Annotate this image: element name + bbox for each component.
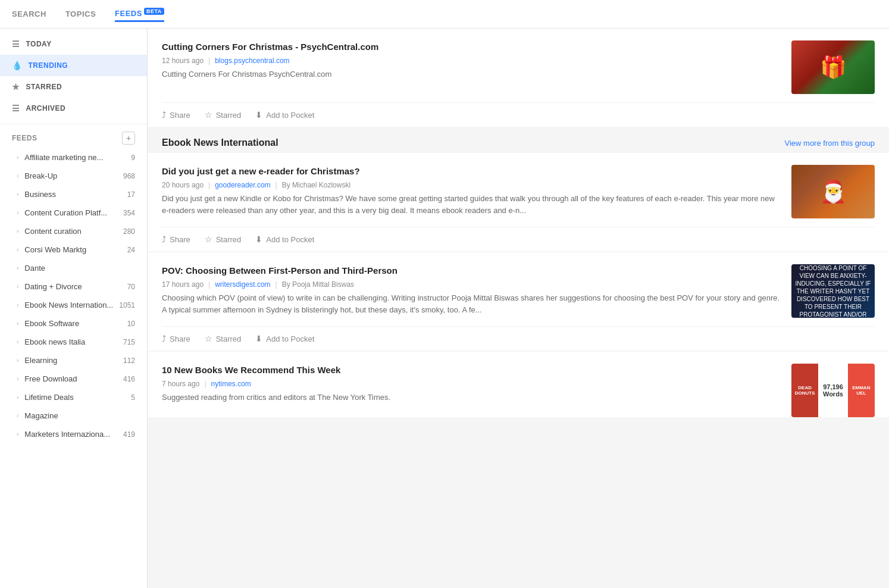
feed-item[interactable]: › Elearning 112 (0, 351, 147, 370)
article-actions: ⤴ Share ☆ Starred ⬇ Add to Pocket (162, 227, 875, 251)
article-content: 10 New Books We Recommend This Week 7 ho… (162, 364, 875, 417)
book-spine: DEADDONUTS (791, 364, 818, 417)
sidebar-item-archived[interactable]: ☰ ARCHIVED (0, 98, 147, 119)
article-time: 7 hours ago (162, 380, 199, 388)
chevron-right-icon: › (17, 339, 18, 345)
chevron-right-icon: › (17, 173, 18, 179)
feed-item-count: 70 (127, 283, 135, 291)
article-meta: 17 hours ago | writersdigest.com | By Po… (162, 280, 782, 289)
article-source[interactable]: writersdigest.com (215, 280, 270, 289)
starred-button[interactable]: ☆ Starred (205, 334, 242, 343)
feed-item[interactable]: › Business 17 (0, 185, 147, 204)
feed-item-name: Marketers Internaziona... (24, 430, 120, 439)
feed-item[interactable]: › Content curation 280 (0, 222, 147, 240)
article-thumbnail: 🎅 (791, 165, 875, 218)
feed-item-count: 280 (123, 227, 135, 236)
feed-item[interactable]: › Dating + Divorce 70 (0, 277, 147, 296)
article-content: Did you just get a new e-reader for Chri… (162, 165, 875, 218)
feed-item[interactable]: › Dante (0, 259, 147, 277)
starred-button[interactable]: ☆ Starred (205, 234, 242, 244)
article-card: Did you just get a new e-reader for Chri… (148, 153, 889, 251)
article-card: 10 New Books We Recommend This Week 7 ho… (148, 352, 889, 417)
pocket-icon: ⬇ (255, 110, 262, 120)
article-text: POV: Choosing Between First-Person and T… (162, 264, 782, 315)
share-icon: ⤴ (162, 334, 166, 343)
feed-item-count: 5 (131, 393, 135, 402)
article-thumbnail: DEADDONUTS 97,196Words EMMANUEL (791, 364, 875, 417)
add-to-pocket-button[interactable]: ⬇ Add to Pocket (255, 234, 314, 244)
sidebar: ☰ TODAY 💧 TRENDING ★ STARRED ☰ ARCHIVED … (0, 29, 148, 588)
sidebar-feeds-list: › Affiliate marketing ne... 9 › Break-Up… (0, 148, 147, 443)
sidebar-item-starred[interactable]: ★ STARRED (0, 76, 147, 98)
sidebar-item-trending[interactable]: 💧 TRENDING (0, 55, 147, 76)
main-layout: ☰ TODAY 💧 TRENDING ★ STARRED ☰ ARCHIVED … (0, 29, 889, 588)
share-button[interactable]: ⤴ Share (162, 334, 190, 343)
nav-feeds[interactable]: FEEDSBETA (115, 6, 164, 22)
add-to-pocket-button[interactable]: ⬇ Add to Pocket (255, 110, 314, 120)
share-icon: ⤴ (162, 234, 166, 244)
star-icon: ☆ (205, 234, 212, 244)
content-area: Cutting Corners For Christmas - PsychCen… (148, 29, 889, 588)
view-more-link[interactable]: View more from this group (785, 139, 875, 148)
article-author: By Pooja Mittal Biswas (282, 280, 354, 289)
feed-item[interactable]: › Ebook news Italia 715 (0, 333, 147, 351)
feed-item-count: 416 (123, 375, 135, 383)
group-title: Ebook News International (162, 137, 278, 148)
article-card: POV: Choosing Between First-Person and T… (148, 252, 889, 351)
feed-item[interactable]: › Affiliate marketing ne... 9 (0, 148, 147, 167)
feed-item-count: 419 (123, 430, 135, 439)
feed-item-count: 715 (123, 338, 135, 346)
feed-item-count: 112 (123, 356, 135, 365)
article-snippet: Did you just get a new Kindle or Kobo fo… (162, 193, 782, 216)
chevron-right-icon: › (17, 209, 18, 216)
trending-icon: 💧 (12, 61, 23, 70)
starred-button[interactable]: ☆ Starred (205, 110, 242, 120)
feeds-header: FEEDS + (0, 124, 147, 148)
feed-item[interactable]: › Content Curation Platf... 354 (0, 204, 147, 222)
article-content: POV: Choosing Between First-Person and T… (162, 264, 875, 318)
sidebar-item-today[interactable]: ☰ TODAY (0, 33, 147, 55)
feed-item[interactable]: › Lifetime Deals 5 (0, 388, 147, 406)
feed-item[interactable]: › Magazine (0, 406, 147, 425)
pocket-icon: ⬇ (255, 334, 262, 343)
chevron-right-icon: › (17, 283, 18, 290)
chevron-right-icon: › (17, 191, 18, 198)
feed-item[interactable]: › Ebook Software 10 (0, 314, 147, 333)
chevron-right-icon: › (17, 265, 18, 271)
article-title: Cutting Corners For Christmas - PsychCen… (162, 40, 782, 53)
feed-item-count: 9 (131, 154, 135, 162)
feed-item-name: Content Curation Platf... (24, 208, 120, 217)
article-snippet: Suggested reading from critics and edito… (162, 392, 782, 404)
chevron-right-icon: › (17, 412, 18, 419)
feed-item-count: 17 (127, 190, 135, 199)
article-thumbnail: 🎁 (791, 40, 875, 94)
article-source[interactable]: blogs.psychcentral.com (215, 57, 289, 65)
add-to-pocket-button[interactable]: ⬇ Add to Pocket (255, 334, 314, 343)
feed-item-name: Affiliate marketing ne... (24, 153, 127, 162)
share-button[interactable]: ⤴ Share (162, 234, 190, 244)
feed-item[interactable]: › Break-Up 968 (0, 167, 147, 185)
feed-item-count: 24 (127, 246, 135, 254)
feed-item[interactable]: › Free Download 416 (0, 370, 147, 388)
group-header: Ebook News International View more from … (148, 128, 889, 153)
article-title: 10 New Books We Recommend This Week (162, 364, 782, 376)
feed-item[interactable]: › Corsi Web Marktg 24 (0, 240, 147, 259)
feed-item-name: Lifetime Deals (24, 393, 127, 402)
article-source[interactable]: goodereader.com (215, 181, 270, 189)
article-snippet: Cutting Corners For Christmas PsychCentr… (162, 68, 782, 80)
share-button[interactable]: ⤴ Share (162, 110, 190, 120)
article-source[interactable]: nytimes.com (211, 380, 251, 388)
star-icon: ☆ (205, 334, 212, 343)
feed-item[interactable]: › Marketers Internaziona... 419 (0, 425, 147, 443)
feed-item-name: Elearning (24, 356, 120, 365)
star-icon: ★ (12, 82, 20, 92)
feed-item-name: Corsi Web Marktg (24, 245, 123, 254)
nav-topics[interactable]: TOPICS (65, 7, 96, 21)
add-feed-button[interactable]: + (122, 132, 135, 145)
feed-item-count: 354 (123, 209, 135, 217)
article-content: Cutting Corners For Christmas - PsychCen… (162, 40, 875, 94)
chevron-right-icon: › (17, 394, 18, 401)
feed-item[interactable]: › Ebook News Internation... 1051 (0, 296, 147, 314)
nav-search[interactable]: SEARCH (12, 7, 46, 21)
feed-item-name: Ebook News Internation... (24, 301, 115, 309)
